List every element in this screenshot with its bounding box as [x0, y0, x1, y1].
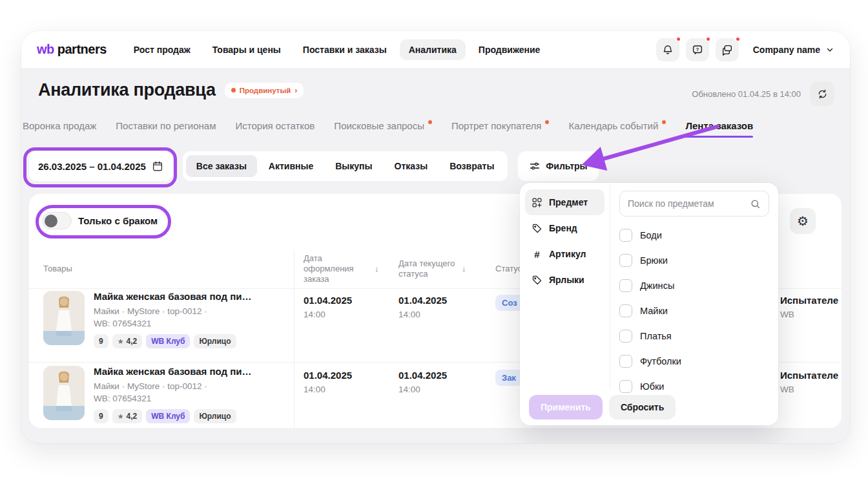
refresh-button[interactable] — [810, 81, 834, 106]
plan-badge-label: Продвинутый — [240, 87, 291, 94]
top-navbar: wb partners Рост продаж Товары и цены По… — [21, 31, 850, 68]
legal-entity-badge: Юрлицо — [194, 409, 236, 423]
segment-returns[interactable]: Возвраты — [439, 155, 504, 177]
defect-toggle-label: Только с браком — [78, 215, 158, 226]
nav-item-promotion[interactable]: Продвижение — [479, 45, 540, 55]
checkbox-icon[interactable] — [619, 355, 632, 368]
filters-button[interactable]: Фильтры — [518, 151, 598, 181]
date-range-picker[interactable]: 26.03.2025 – 01.04.2025 — [29, 151, 172, 181]
status-date-cell: 01.04.2025 14:00 — [398, 295, 447, 319]
product-subtitle: Майки · MyStore · top-0012 · — [94, 306, 252, 316]
column-header-status[interactable]: Статус — [495, 255, 522, 283]
table-settings-button[interactable]: ⚙ — [790, 208, 816, 234]
defect-toggle-row: Только с браком — [42, 212, 158, 229]
segment-buyouts[interactable]: Выкупы — [325, 155, 382, 177]
option-trousers[interactable]: Брюки — [619, 248, 769, 273]
filter-category-labels[interactable]: Ярлыки — [525, 267, 604, 293]
notifications-button[interactable] — [656, 38, 679, 61]
company-menu[interactable]: Company name — [753, 45, 834, 55]
warehouse-cell: Испытателе WB — [780, 295, 838, 319]
product-title[interactable]: Майка женская базовая под пи… — [94, 366, 252, 377]
defect-only-toggle[interactable] — [42, 212, 72, 229]
tab-sales-funnel[interactable]: Воронка продаж — [23, 120, 96, 131]
nav-item-supplies-orders[interactable]: Поставки и заказы — [303, 45, 387, 55]
checkbox-icon[interactable] — [619, 229, 632, 242]
nav-item-goods-prices[interactable]: Товары и цены — [212, 45, 281, 55]
segment-rejections[interactable]: Отказы — [384, 155, 439, 177]
hash-icon: # — [532, 249, 542, 260]
product-title[interactable]: Майка женская базовая под пи… — [94, 291, 252, 302]
messages-dot — [735, 36, 741, 42]
column-header-status-date[interactable]: Дата текущего статуса ↓ — [398, 255, 466, 283]
order-date-cell: 01.04.2025 14:00 — [304, 295, 352, 319]
main-nav: Рост продаж Товары и цены Поставки и зак… — [134, 39, 541, 60]
analytics-tabs: Воронка продаж Поставки по регионам Исто… — [38, 120, 753, 131]
option-bodysuits[interactable]: Боди — [619, 222, 769, 248]
filter-category-brand[interactable]: Бренд — [525, 215, 604, 241]
tab-stock-history[interactable]: История остатков — [236, 120, 315, 131]
product-photo — [43, 291, 85, 345]
company-name: Company name — [753, 45, 820, 55]
segment-all-orders[interactable]: Все заказы — [186, 155, 257, 177]
column-header-order-date[interactable]: Дата оформления заказа ↓ — [304, 255, 379, 283]
filters-dropdown-panel: Предмет Бренд # Артикул Ярлыки — [520, 183, 778, 425]
tab-orders-feed[interactable]: Лента заказов — [685, 120, 753, 131]
plan-badge[interactable]: Продвинутый › — [225, 83, 304, 98]
chat-bubbles-icon — [721, 44, 733, 56]
product-photo — [43, 366, 85, 420]
messages-button[interactable] — [716, 38, 739, 61]
option-dresses[interactable]: Платья — [619, 323, 769, 348]
tab-supplies-by-region[interactable]: Поставки по регионам — [116, 120, 216, 131]
filters-panel-footer: Применить Сбросить — [520, 388, 778, 425]
filter-category-subject[interactable]: Предмет — [525, 189, 604, 215]
status-date-cell: 01.04.2025 14:00 — [398, 370, 447, 394]
nav-item-sales-growth[interactable]: Рост продаж — [134, 45, 191, 55]
tab-buyer-portrait[interactable]: Портрет покупателя — [451, 120, 549, 131]
filters-panel-content: Боди Брюки Джинсы Майки Платья Футболки … — [610, 183, 778, 388]
option-tank-tops[interactable]: Майки — [619, 298, 769, 323]
column-header-products[interactable]: Товары — [43, 255, 72, 283]
wb-partners-logo[interactable]: wb partners — [37, 42, 107, 57]
reset-button[interactable]: Сбросить — [609, 395, 676, 419]
tab-search-queries[interactable]: Поисковые запросы — [334, 120, 432, 131]
rating-badge: ★4,2 — [112, 409, 143, 423]
filters-panel-menu: Предмет Бренд # Артикул Ярлыки — [520, 183, 610, 388]
tag-icon — [532, 223, 542, 234]
chevron-right-icon: › — [294, 87, 297, 94]
star-icon: ★ — [118, 337, 124, 346]
checkbox-icon[interactable] — [619, 279, 632, 292]
segment-active[interactable]: Активные — [258, 155, 324, 177]
wb-club-badge: WB Клуб — [146, 409, 190, 423]
nav-item-analytics[interactable]: Аналитика — [400, 39, 466, 60]
new-feature-dot — [428, 120, 432, 124]
tab-events-calendar[interactable]: Календарь событий — [568, 120, 666, 131]
product-info: Майка женская базовая под пи… Майки · My… — [94, 291, 252, 348]
new-feature-dot — [545, 120, 549, 124]
calendar-icon — [152, 160, 163, 172]
apply-button[interactable]: Применить — [529, 395, 603, 419]
help-button[interactable]: ? — [686, 38, 709, 61]
checkbox-icon[interactable] — [619, 330, 632, 343]
filter-category-article[interactable]: # Артикул — [525, 241, 604, 267]
nav-right-cluster: ? Company name — [656, 38, 834, 61]
filters-button-label: Фильтры — [546, 161, 587, 171]
product-subtitle: Майки · MyStore · top-0012 · — [94, 381, 252, 391]
help-dot — [705, 36, 711, 42]
plan-dot-icon — [231, 88, 236, 92]
category-icon — [532, 197, 542, 208]
rating-badge: ★4,2 — [112, 334, 143, 348]
updated-timestamp: Обновлено 01.04.25 в 14:00 — [692, 89, 801, 99]
product-badges: 9 ★4,2 WB Клуб Юрлицо — [94, 409, 252, 423]
option-tshirts[interactable]: Футболки — [619, 348, 769, 374]
date-range-value: 26.03.2025 – 01.04.2025 — [38, 161, 146, 172]
screenshot-stage: wb partners Рост продаж Товары и цены По… — [0, 0, 868, 477]
checkbox-icon[interactable] — [619, 304, 632, 317]
product-badges: 9 ★4,2 WB Клуб Юрлицо — [94, 334, 252, 348]
subject-search-input[interactable] — [628, 198, 745, 209]
sliders-icon — [529, 160, 541, 172]
subject-search[interactable] — [619, 191, 769, 217]
filters-panel-body: Предмет Бренд # Артикул Ярлыки — [520, 183, 778, 388]
option-jeans[interactable]: Джинсы — [619, 273, 769, 298]
legal-entity-badge: Юрлицо — [194, 334, 236, 348]
checkbox-icon[interactable] — [619, 254, 632, 267]
